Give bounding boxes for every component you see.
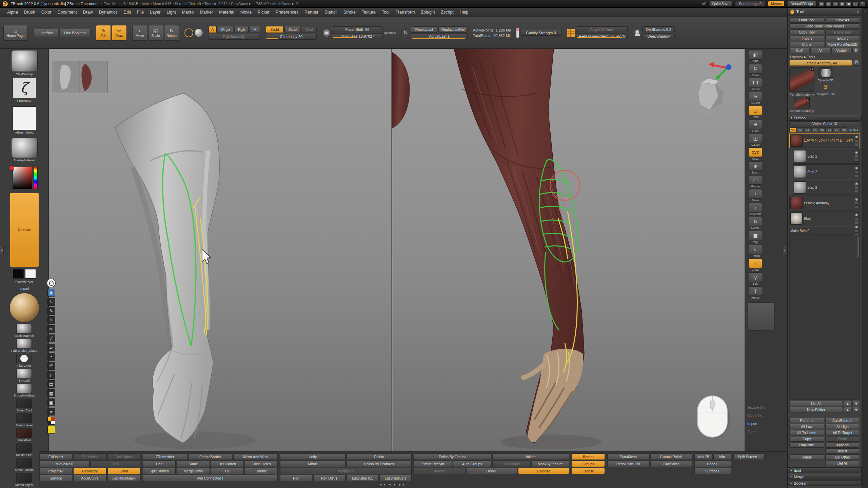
pin-icon[interactable]: ≡ — [857, 10, 859, 14]
shelf-move[interactable]: +Move — [747, 189, 764, 202]
button-rename[interactable]: Rename — [789, 418, 824, 423]
subtool-list-empty[interactable] — [789, 236, 860, 400]
dynamic-label[interactable]: Dynamic — [384, 31, 396, 35]
button-all-high[interactable]: All High — [825, 424, 860, 429]
gravity-vial-icon[interactable] — [516, 28, 519, 38]
button-storemt[interactable]: StoreMT — [414, 468, 465, 474]
subtool-item-step-1[interactable]: Step 1◉ — [793, 149, 860, 164]
button-lazyradius-1[interactable]: LazyRadius 1 — [379, 475, 412, 481]
button-polish-by-groups[interactable]: Polish By Groups — [414, 453, 491, 460]
button-polish-by-features[interactable]: Polish By Features — [347, 461, 412, 467]
monitor-icon[interactable]: ▢ — [853, 1, 859, 6]
button-autoreorder[interactable]: AutoReorder — [825, 418, 860, 423]
see-through-slider[interactable]: See-through 0 — [735, 1, 765, 6]
tab-v4[interactable]: V4 — [811, 127, 818, 132]
button-double[interactable]: Double — [245, 468, 278, 474]
shelf-bpr[interactable]: ◧BPR — [747, 50, 764, 63]
undo-icon[interactable]: ↶ — [47, 362, 55, 370]
eye-icon[interactable]: ◉ — [855, 182, 858, 185]
button-close-holes[interactable]: Close Holes — [245, 461, 278, 467]
menu-tool[interactable]: Tool — [379, 8, 393, 16]
menu-dynamics[interactable]: Dynamics — [96, 8, 121, 16]
button-split-hidden[interactable]: Split Hidden — [143, 468, 176, 474]
notes-icon[interactable]: ≡ — [47, 408, 55, 415]
material-item-smoothvalleys[interactable]: SmoothValleys — [14, 384, 35, 398]
button-sdiv[interactable]: SDiv — [91, 461, 141, 467]
field-of-view-slider[interactable]: Field of view(deg) 39.59775 — [576, 33, 628, 39]
tab-v6[interactable]: V6 — [826, 127, 833, 132]
live-boolean-button[interactable]: Live Boolean — [59, 29, 91, 37]
scale-button[interactable]: ◱ Scale — [148, 25, 163, 41]
brush-icon[interactable]: ✏ — [47, 325, 55, 333]
button-groups[interactable]: Groups — [572, 461, 605, 467]
mrgb-button[interactable]: Mrgb — [218, 26, 233, 33]
tab-v1[interactable]: V1 — [789, 127, 796, 132]
rgb-button[interactable]: Rgb — [234, 26, 249, 33]
button-fillobject[interactable]: FillObject — [39, 453, 72, 460]
menu-preferences[interactable]: Preferences — [273, 8, 301, 16]
shelf-persp[interactable]: ◿Persp — [747, 106, 764, 119]
button-clone[interactable]: Clone — [789, 42, 824, 47]
button-paste-tool[interactable]: Paste Tool — [825, 29, 860, 35]
right-collapse-handle[interactable]: ◄ — [783, 246, 786, 254]
shelf-scroll[interactable]: ⇅Scroll — [747, 64, 764, 77]
mask-toggle-icon[interactable] — [855, 221, 858, 224]
eraser-icon[interactable]: ▱ — [47, 344, 55, 351]
button-inflate[interactable]: Inflate — [492, 453, 570, 460]
menu-draw[interactable]: Draw — [80, 8, 96, 16]
button-goz[interactable]: GoZ — [789, 48, 809, 53]
draw-size-slider[interactable]: Draw Size 16.97027 — [332, 33, 383, 39]
button-copy[interactable]: Copy — [789, 436, 824, 442]
button-max-25[interactable]: Max 25 — [694, 453, 712, 460]
draw-button[interactable]: ✏ Draw — [112, 25, 127, 41]
current-brush[interactable]: ClayBuildup — [11, 50, 38, 76]
palette-item-export[interactable]: Export — [746, 428, 786, 436]
palette-item-import[interactable]: Import — [746, 420, 786, 428]
button-half[interactable]: Half — [143, 461, 176, 467]
shadow-bust-icon[interactable] — [633, 29, 641, 37]
menu-help[interactable]: Help — [457, 8, 472, 16]
button-groups-polish[interactable]: Groups Polish — [650, 453, 692, 460]
camera-icon[interactable]: ▦ — [47, 389, 55, 397]
button-crease[interactable]: Crease — [572, 468, 605, 474]
subtool-item-step-3[interactable]: Step 3◉ — [793, 180, 860, 195]
tab-v7[interactable]: V7 — [833, 127, 840, 132]
lightbox-button[interactable]: LightBox — [33, 29, 58, 37]
help-icon[interactable]: ? — [860, 1, 865, 6]
button-new-folder[interactable]: New Folder — [789, 407, 843, 412]
replaylast-button[interactable]: ReplayLast — [411, 26, 437, 33]
adjustlast-slider[interactable]: AdjustLast 1 — [411, 34, 468, 39]
shelf-zoom[interactable]: ⊕Zoom — [747, 161, 764, 175]
button-list-all[interactable]: List All — [789, 401, 843, 406]
menu-zscript[interactable]: Zscript — [438, 8, 457, 16]
material-item-smooth[interactable]: Smooth — [16, 369, 32, 383]
button-item[interactable]: ▲ — [844, 401, 851, 406]
shelf-frame[interactable]: ▢Frame — [747, 175, 764, 188]
replay-icon[interactable]: ↻ — [401, 28, 410, 37]
material-item-fabiopaiva-clay2[interactable]: FabioPaiva_Clay2 — [11, 339, 37, 353]
grid-icon[interactable]: ▤ — [819, 1, 825, 6]
shelf-xpose[interactable]: ⇕Xpose — [747, 286, 764, 300]
button-midvalue-0[interactable]: MidValue 0 — [39, 461, 90, 467]
left-collapse-handle[interactable]: ◄ — [0, 246, 4, 254]
menu-layer[interactable]: Layer — [147, 8, 163, 16]
panels-icon[interactable]: ◫ — [826, 1, 831, 6]
button-roll[interactable]: Roll — [280, 475, 312, 481]
shelf-solo[interactable]: ◎Solo — [747, 272, 764, 286]
gravity-strength-slider[interactable]: Gravity Strength 0 — [520, 30, 561, 36]
shelf-polyf[interactable]: ▩PolyF — [747, 231, 764, 244]
focal-shift-slider[interactable]: Focal Shift -56 — [332, 26, 383, 32]
button-insert[interactable]: Insert — [825, 448, 860, 454]
button-all-to-home[interactable]: All To Home — [789, 430, 824, 435]
current-alpha[interactable]: ~BrushAlpha — [13, 106, 36, 135]
default-zscript-button[interactable]: DefaultZScript — [787, 1, 816, 6]
tray-panel[interactable] — [748, 302, 775, 331]
doc-icon[interactable]: ▦ — [839, 1, 845, 6]
active-tool-slider[interactable]: Female Anatomy. 48 — [789, 60, 852, 66]
menus-button[interactable]: Menus — [768, 1, 785, 6]
menu-color[interactable]: Color — [38, 8, 55, 16]
button-smart-resym[interactable]: Smart ReSym — [414, 461, 452, 467]
mask-toggle-icon[interactable] — [855, 190, 858, 193]
menu-render[interactable]: Render — [301, 8, 321, 16]
section-merge[interactable]: ▸Merge — [788, 474, 862, 480]
